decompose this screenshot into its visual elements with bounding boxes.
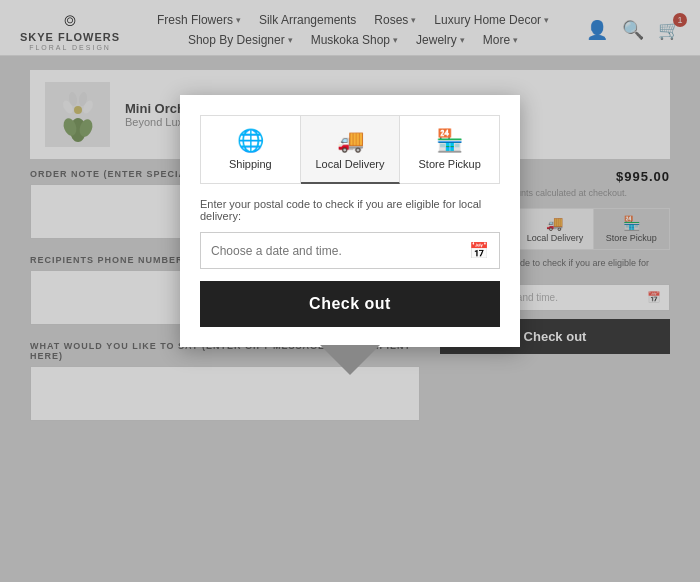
calendar-icon[interactable]: 📅: [469, 241, 489, 260]
modal-checkout-button[interactable]: Check out: [200, 281, 500, 327]
store-icon: 🏪: [408, 128, 491, 154]
modal-overlay: 🌐 Shipping 🚚 Local Delivery 🏪 Store Pick…: [0, 0, 700, 582]
globe-icon: 🌐: [209, 128, 292, 154]
modal-shipping-opt[interactable]: 🌐 Shipping: [200, 115, 301, 184]
modal-date-field[interactable]: [211, 244, 469, 258]
modal-store-pickup-opt[interactable]: 🏪 Store Pickup: [400, 115, 500, 184]
modal-local-delivery-opt[interactable]: 🚚 Local Delivery: [301, 115, 401, 184]
modal-postal-note: Enter your postal code to check if you a…: [200, 198, 500, 222]
delivery-modal: 🌐 Shipping 🚚 Local Delivery 🏪 Store Pick…: [180, 95, 520, 347]
modal-delivery-options: 🌐 Shipping 🚚 Local Delivery 🏪 Store Pick…: [200, 115, 500, 184]
modal-date-input[interactable]: 📅: [200, 232, 500, 269]
truck-icon: 🚚: [309, 128, 392, 154]
